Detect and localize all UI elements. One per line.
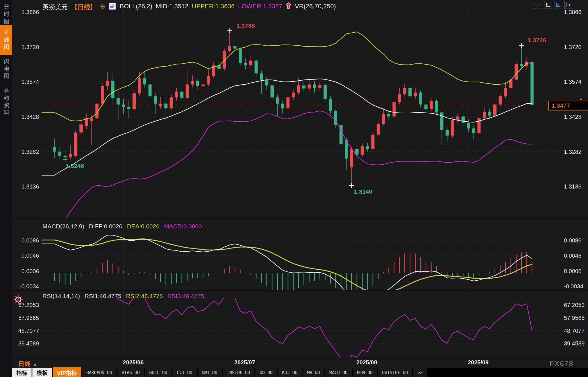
x-axis-month-label: 2025/07	[234, 359, 255, 366]
tab-KDJ_UD[interactable]: KDJ_UD	[278, 368, 302, 377]
tab-BIAS_UD[interactable]: BIAS_UD	[117, 368, 144, 377]
tab->>[interactable]: >>	[413, 368, 427, 377]
tab-BARUPDN_UD[interactable]: BARUPDN_UD	[82, 368, 116, 377]
macd-macd-value: MACD:0.0000	[164, 223, 202, 230]
watermark: FX678	[550, 359, 574, 368]
indicator-tab-bar: 指标模板VIP指标BARUPDN_UDBIAS_UDBOLL_UDCCI_UDD…	[12, 368, 588, 377]
tab-KD_UD[interactable]: KD_UD	[255, 368, 277, 377]
macd-diff-value: DIFF:0.0026	[89, 223, 122, 230]
chart-type-icon[interactable]	[109, 3, 116, 10]
axis-scale-tool-icon[interactable]: H	[544, 1, 552, 9]
tab-DMI_UD[interactable]: DMI_UD	[198, 368, 222, 377]
sidebar-item-闪电图[interactable]: 闪电图	[0, 56, 12, 83]
axis-shift-tool-icon[interactable]	[564, 1, 572, 9]
tab-CCI_UD[interactable]: CCI_UD	[172, 368, 196, 377]
rsi2-value: RSI2:46.4775	[126, 293, 163, 300]
up-arrow-icon	[286, 2, 291, 10]
macd-title: MACD(26,12,9)	[42, 223, 84, 230]
boll-mid-value: MID:1.3512	[156, 3, 188, 10]
boll-label: BOLL(26,2)	[120, 3, 152, 10]
macd-title-row: MACD(26,12,9) DIFF:0.0026 DEA:0.0026 MAC…	[42, 223, 202, 230]
boll-lower-value: LOWER:1.3387	[238, 3, 282, 10]
chart-toolbar: H	[534, 1, 572, 9]
circle-plus-icon[interactable]: ⊕	[100, 3, 105, 10]
axis-play-tool-icon[interactable]	[554, 1, 562, 9]
x-axis-month-label: 2025/08	[357, 359, 377, 366]
rsi3-value: RSI3:46.4775	[168, 293, 204, 300]
tab-MTM_UD[interactable]: MTM_UD	[353, 368, 377, 377]
tab-指标[interactable]: 指标	[12, 368, 32, 377]
price-tag-arrow-icon: ▲	[579, 96, 583, 101]
price-extreme-label-high: 1.3788	[237, 22, 255, 29]
period-tag: 【日线】	[71, 2, 96, 11]
tab-BOLL_UD[interactable]: BOLL_UD	[145, 368, 172, 377]
chart-header: 英镑美元 【日线】 ⊕ BOLL(26,2) MID:1.3512 UPPER:…	[42, 2, 336, 11]
period-selector-arrow-icon: ▲	[33, 362, 37, 367]
vr-label: VR(26,70,250)	[295, 3, 336, 10]
rsi-title-row: RSI(14,14,14) RSI1:46.4775 RSI2:46.4775 …	[42, 293, 204, 300]
rsi-title: RSI(14,14,14)	[42, 293, 80, 300]
sidebar-item-分时图[interactable]: 分时图	[0, 3, 12, 26]
tab-模板[interactable]: 模板	[32, 368, 52, 377]
sidebar: 分时图K线图闪电图合约资料	[0, 0, 12, 377]
tab-MA_UD[interactable]: MA_UD	[303, 368, 324, 377]
tab-OUTSIDE_UD[interactable]: OUTSIDE_UD	[378, 368, 412, 377]
chart-canvas[interactable]	[0, 0, 588, 377]
crosshair-tool-icon[interactable]	[534, 1, 542, 9]
svg-text:H: H	[547, 3, 549, 6]
tab-INSIDE_UD[interactable]: INSIDE_UD	[223, 368, 254, 377]
period-selector-label: 日线	[18, 360, 30, 367]
symbol-title: 英镑美元	[42, 2, 68, 11]
rsi1-value: RSI1:46.4775	[85, 293, 121, 300]
x-axis-month-label: 2025/06	[123, 359, 144, 366]
tab-MACD_UD[interactable]: MACD_UD	[325, 368, 352, 377]
period-selector[interactable]: 日线▲	[18, 359, 37, 368]
price-extreme-label-low: 1.3248	[66, 162, 84, 169]
tab-VIP指标[interactable]: VIP指标	[53, 368, 81, 377]
price-extreme-label-high: 1.3726	[528, 37, 546, 44]
macd-dea-value: DEA:0.0026	[127, 223, 159, 230]
sidebar-item-合约资料[interactable]: 合约资料	[0, 85, 12, 119]
price-extreme-label-low: 1.3140	[354, 188, 372, 195]
current-price-tag: 1.3477	[548, 101, 588, 110]
boll-upper-value: UPPER:1.3636	[192, 3, 235, 10]
alert-sun-icon[interactable]	[13, 294, 24, 306]
sidebar-item-K线图[interactable]: K线图	[0, 25, 12, 55]
x-axis-month-label: 2025/09	[468, 359, 488, 366]
